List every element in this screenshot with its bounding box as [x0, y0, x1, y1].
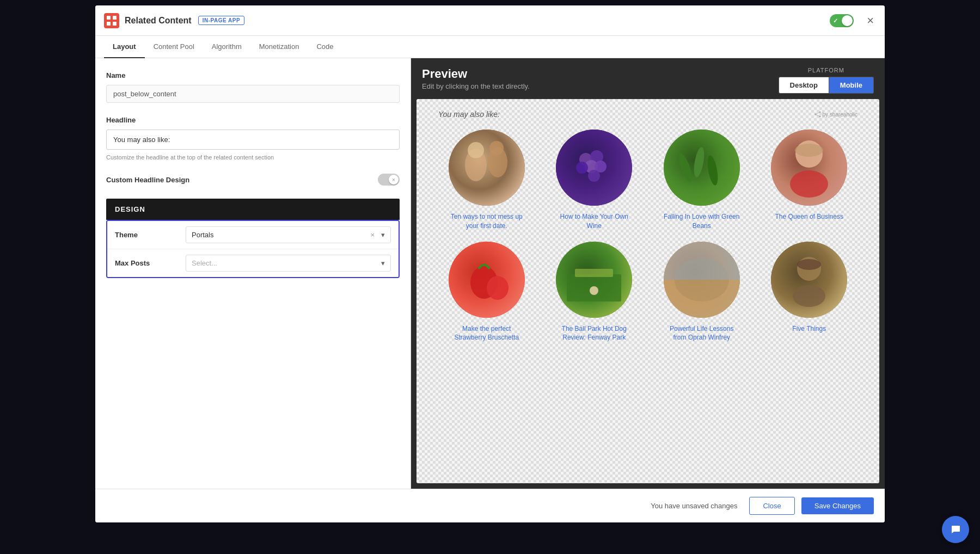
tab-code[interactable]: Code — [308, 36, 342, 58]
right-panel: Preview Edit by clicking on the text dir… — [411, 58, 885, 489]
card-image-5 — [556, 242, 632, 318]
modal-footer: You have unsaved changes Close Save Chan… — [95, 489, 885, 522]
you-also-text: You may also like: — [438, 110, 500, 119]
unsaved-text: You have unsaved changes — [106, 502, 737, 510]
mobile-button[interactable]: Mobile — [829, 77, 874, 94]
enable-toggle[interactable]: ✓ — [830, 14, 854, 27]
platform-label: PLATFORM — [779, 67, 874, 73]
max-posts-chevron-icon: ▾ — [381, 259, 385, 267]
svg-rect-39 — [664, 242, 740, 280]
left-panel: Name Headline Customize the headline at … — [95, 58, 411, 489]
svg-line-8 — [816, 115, 819, 116]
list-item: Five Things — [761, 242, 858, 343]
modal-overlay: Related Content IN-PAGE APP ✓ × Layout C… — [0, 0, 980, 554]
you-also-like-row: You may also like: by shareaholic — [438, 110, 857, 119]
chat-icon — [950, 524, 961, 535]
svg-point-31 — [487, 276, 509, 300]
list-item: The Ball Park Hot Dog Review: Fenway Par… — [546, 242, 643, 343]
modal-title: Related Content — [125, 16, 192, 26]
headline-input[interactable] — [106, 130, 400, 150]
svg-rect-0 — [107, 16, 111, 20]
card-title-5: The Ball Park Hot Dog Review: Fenway Par… — [556, 324, 632, 343]
preview-title: Preview — [422, 67, 530, 81]
card-title-0: Ten ways to not mess up your first date. — [449, 212, 525, 231]
svg-point-12 — [468, 142, 484, 158]
card-image-7 — [771, 242, 847, 318]
theme-select[interactable]: Portals × ▾ — [186, 226, 391, 243]
save-button[interactable]: Save Changes — [801, 497, 874, 514]
list-item: Falling In Love with Green Beans — [653, 130, 750, 231]
name-field-label: Name — [106, 71, 400, 79]
card-img-svg-7 — [771, 242, 847, 318]
card-img-svg-1 — [556, 130, 632, 206]
shareaholic-text: by shareaholic — [823, 112, 857, 118]
theme-value: Portals — [192, 231, 213, 239]
svg-point-18 — [576, 162, 588, 174]
theme-clear-icon[interactable]: × — [370, 231, 375, 239]
design-box: Theme Portals × ▾ Max Posts Select... — [106, 220, 400, 278]
svg-point-13 — [489, 141, 504, 155]
tab-layout[interactable]: Layout — [104, 36, 145, 58]
shareaholic-badge: by shareaholic — [814, 111, 857, 118]
list-item: Powerful Life Lessons from Oprah Winfrey — [653, 242, 750, 343]
theme-label: Theme — [115, 231, 186, 239]
tab-content-pool[interactable]: Content Pool — [145, 36, 203, 58]
name-input[interactable] — [106, 85, 400, 103]
custom-headline-toggle[interactable]: × — [378, 174, 400, 186]
toggle-switch[interactable]: ✓ — [830, 14, 854, 27]
custom-headline-row: Custom Headline Design × — [106, 174, 400, 186]
preview-header: Preview Edit by clicking on the text dir… — [411, 58, 885, 99]
chat-button[interactable] — [942, 516, 969, 543]
platform-block: PLATFORM Desktop Mobile — [779, 67, 874, 94]
svg-rect-34 — [575, 269, 613, 277]
svg-rect-1 — [113, 16, 117, 20]
theme-chevron-icon: ▾ — [381, 231, 385, 239]
card-image-0 — [449, 130, 525, 206]
list-item: The Queen of Business — [761, 130, 858, 231]
max-posts-row: Max Posts Select... ▾ — [107, 249, 399, 277]
close-button[interactable]: Close — [749, 497, 794, 515]
card-title-3: The Queen of Business — [775, 212, 843, 221]
card-title-2: Falling In Love with Green Beans — [664, 212, 740, 231]
tab-monetization[interactable]: Monetization — [250, 36, 308, 58]
mini-toggle-knob: × — [389, 175, 399, 184]
svg-rect-3 — [113, 22, 117, 26]
preview-subtitle: Edit by clicking on the text directly. — [422, 82, 530, 90]
svg-point-5 — [819, 112, 820, 113]
max-posts-placeholder: Select... — [192, 259, 217, 267]
max-posts-select[interactable]: Select... ▾ — [186, 255, 391, 272]
svg-point-43 — [797, 259, 821, 270]
svg-line-7 — [816, 113, 819, 114]
card-image-4 — [449, 242, 525, 318]
list-item: How to Make Your Own Wine — [546, 130, 643, 231]
tab-algorithm[interactable]: Algorithm — [203, 36, 250, 58]
headline-hint: Customize the headline at the top of the… — [106, 154, 400, 161]
tabs-bar: Layout Content Pool Algorithm Monetizati… — [95, 36, 885, 58]
card-img-svg-3 — [771, 130, 847, 206]
platform-buttons: Desktop Mobile — [779, 77, 874, 94]
card-img-svg-0 — [449, 130, 525, 206]
card-img-svg-2 — [664, 130, 740, 206]
card-title-7: Five Things — [792, 324, 826, 334]
desktop-button[interactable]: Desktop — [779, 77, 829, 94]
custom-headline-label: Custom Headline Design — [106, 176, 189, 184]
svg-rect-2 — [107, 22, 111, 26]
content-grid: Ten ways to not mess up your first date.… — [438, 130, 857, 342]
card-title-6: Powerful Life Lessons from Oprah Winfrey — [664, 324, 740, 343]
headline-field-label: Headline — [106, 116, 400, 124]
app-logo — [104, 13, 119, 28]
close-modal-button[interactable]: × — [865, 11, 876, 30]
svg-point-6 — [819, 116, 820, 118]
svg-point-27 — [790, 170, 828, 198]
in-page-badge: IN-PAGE APP — [198, 16, 244, 25]
card-image-2 — [664, 130, 740, 206]
svg-point-42 — [793, 285, 825, 307]
preview-area: You may also like: by shareaholic — [416, 99, 879, 483]
preview-title-block: Preview Edit by clicking on the text dir… — [422, 67, 530, 90]
card-image-3 — [771, 130, 847, 206]
list-item: Ten ways to not mess up your first date. — [438, 130, 535, 231]
max-posts-label: Max Posts — [115, 259, 186, 267]
svg-point-35 — [590, 286, 598, 295]
card-title-1: How to Make Your Own Wine — [556, 212, 632, 231]
svg-point-4 — [814, 114, 816, 115]
